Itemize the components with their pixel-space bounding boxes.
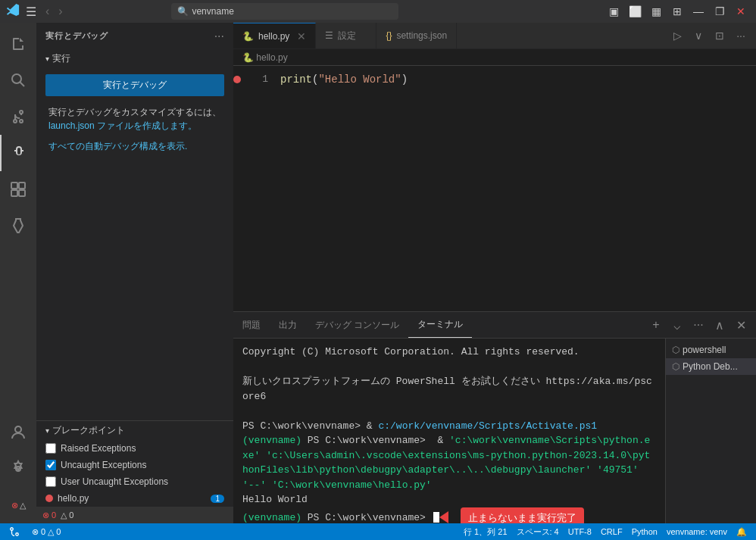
search-input[interactable] — [192, 6, 392, 17]
activity-explorer[interactable] — [0, 26, 36, 62]
terminal-python-debug[interactable]: ⬡ Python Deb... — [666, 358, 756, 375]
bp-hello-label: hello.py — [58, 493, 89, 504]
titlebar: ☰ ‹ › 🔍 ▣ ⬜ ▦ ⊞ — ❐ ✕ — [0, 0, 756, 23]
cursor-position[interactable]: 行 1、列 21 — [461, 526, 510, 538]
callout-arrow — [439, 511, 448, 523]
line-ending[interactable]: CRLF — [598, 527, 626, 536]
close-button[interactable]: ✕ — [732, 2, 750, 20]
main-layout: ⊗ △ 実行とデバッグ ··· ▾ 実行 実行とデバッグ 実行とデバッグをカスタ… — [0, 23, 756, 523]
bp-user-uncaught: User Uncaught Exceptions — [36, 473, 233, 490]
maximize-panel-button[interactable]: ∧ — [711, 316, 729, 334]
split-terminal-button[interactable]: ⌵ — [668, 316, 686, 334]
layout-toggle-4[interactable]: ⊞ — [668, 2, 686, 20]
activity-account[interactable] — [0, 414, 36, 451]
terminal-line-empty1 — [242, 360, 656, 375]
warning-count: △ 0 — [61, 510, 73, 520]
split-editor-button[interactable]: ⊡ — [711, 27, 729, 45]
run-code-button[interactable]: ▷ — [668, 27, 686, 45]
code-content-1: print("Hello World") — [280, 73, 408, 86]
terminal-line-powershell: 新しいクロスプラットフォームの PowerShell をお試しください http… — [242, 374, 656, 404]
activity-debug[interactable] — [0, 135, 36, 171]
run-dropdown-button[interactable]: ∨ — [689, 27, 708, 45]
new-terminal-button[interactable]: + — [647, 316, 665, 334]
callout-bubble: 止まらないまま実行完了 — [461, 507, 584, 524]
minimize-button[interactable]: — — [689, 2, 708, 20]
tab-settings-json[interactable]: {} settings.json — [376, 23, 457, 48]
back-button[interactable]: ‹ — [42, 3, 52, 20]
svg-point-12 — [16, 533, 19, 536]
run-section-label: 実行 — [52, 52, 70, 65]
encoding-status[interactable]: UTF-8 — [565, 527, 595, 536]
terminal-line-hello-world: Hello World — [242, 492, 656, 507]
tab-bar: 🐍 hello.py ✕ ☰ 設定 {} settings.json ▷ ∨ ⊡… — [233, 23, 756, 49]
svg-point-11 — [11, 528, 14, 531]
sidebar-title: 実行とデバッグ — [45, 30, 108, 42]
error-indicator: ⊗ — [11, 501, 18, 510]
activity-git[interactable] — [0, 98, 36, 135]
error-status[interactable]: ⊗ 0 △ 0 — [29, 527, 64, 537]
panel-tab-debug-console[interactable]: デバッグ コンソール — [306, 312, 408, 338]
venvname-prompt: (venvname) — [242, 510, 301, 524]
run-section-header[interactable]: ▾ 実行 — [36, 49, 233, 68]
json-file-icon: {} — [386, 30, 392, 41]
git-branch[interactable] — [6, 526, 23, 537]
tab-close-hello[interactable]: ✕ — [297, 30, 306, 42]
panel-tab-spacer — [472, 312, 641, 338]
terminal-prompt-line: (venvname) PS C:\work\venvname> 止まらないまま実… — [242, 507, 656, 524]
bell-icon: 🔔 — [736, 527, 747, 537]
sidebar-more-button[interactable]: ··· — [214, 30, 224, 43]
settings-icon: ☰ — [325, 30, 333, 41]
layout-toggle-3[interactable]: ▦ — [647, 2, 665, 20]
activity-flask[interactable] — [0, 208, 36, 244]
restore-button[interactable]: ❐ — [711, 2, 729, 20]
activity-extensions[interactable] — [0, 171, 36, 208]
terminal-powershell[interactable]: ⬡ powershell — [666, 342, 756, 358]
tab-settings[interactable]: ☰ 設定 — [316, 23, 376, 48]
breakpoints-header[interactable]: ▾ ブレークポイント — [36, 421, 233, 440]
svg-point-3 — [20, 111, 23, 114]
more-panels-button[interactable]: ··· — [689, 316, 708, 334]
bp-uncaught-checkbox[interactable] — [45, 460, 56, 470]
bp-user-uncaught-checkbox[interactable] — [45, 476, 56, 487]
bp-hello-badge: 1 — [211, 495, 224, 503]
breadcrumb-text: 🐍 hello.py — [242, 52, 288, 63]
bp-raised-checkbox[interactable] — [45, 443, 56, 454]
tab-hello-label: hello.py — [258, 31, 289, 42]
venv-indicator[interactable]: venvname: venv — [664, 527, 730, 536]
terminal-panel-sidebar: ⬡ powershell ⬡ Python Deb... — [665, 339, 756, 523]
forward-button[interactable]: › — [55, 3, 65, 20]
indentation[interactable]: スペース: 4 — [514, 526, 562, 538]
layout-toggle-2[interactable]: ⬜ — [626, 2, 644, 20]
terminal-cursor — [433, 512, 439, 523]
powershell-label: powershell — [683, 345, 726, 355]
activity-search[interactable] — [0, 62, 36, 98]
show-all-configs-link[interactable]: すべての自動デバッグ構成を表示. — [48, 141, 187, 151]
tab-hello-py[interactable]: 🐍 hello.py ✕ — [233, 23, 316, 48]
create-launch-json-link[interactable]: launch.json ファイルを作成します。 — [48, 120, 197, 131]
run-debug-button[interactable]: 実行とデバッグ — [45, 74, 224, 96]
search-bar[interactable]: 🔍 — [171, 3, 398, 20]
panel-tab-terminal[interactable]: ターミナル — [408, 312, 472, 338]
panel-tab-problems[interactable]: 問題 — [233, 312, 270, 338]
panel-tab-output[interactable]: 出力 — [270, 312, 306, 338]
panel-tab-problems-label: 問題 — [242, 319, 261, 332]
chevron-down-icon: ▾ — [45, 55, 49, 63]
activity-errors[interactable]: ⊗ △ — [0, 487, 36, 523]
more-actions-button[interactable]: ··· — [732, 27, 750, 45]
layout-toggle-1[interactable]: ▣ — [604, 2, 623, 20]
notification-bell[interactable]: 🔔 — [733, 527, 750, 537]
activity-settings[interactable] — [0, 451, 36, 487]
terminal-line-activate: PS C:\work\venvname> & c:/work/venvname/… — [242, 419, 656, 434]
window-controls: ▣ ⬜ ▦ ⊞ — ❐ ✕ — [604, 2, 750, 20]
hamburger-icon[interactable]: ☰ — [26, 5, 36, 19]
close-panel-button[interactable]: ✕ — [732, 316, 750, 334]
language-mode[interactable]: Python — [629, 527, 661, 536]
terminal-line-empty2 — [242, 404, 656, 419]
sidebar-header: 実行とデバッグ ··· — [36, 23, 233, 49]
code-editor[interactable]: 1 print("Hello World") — [233, 66, 756, 311]
panel-tabs: 問題 出力 デバッグ コンソール ターミナル + ⌵ ··· ∧ ✕ — [233, 312, 756, 339]
terminal-output[interactable]: Copyright (C) Microsoft Corporation. All… — [233, 339, 665, 523]
keyword-print: print — [280, 73, 312, 86]
panel-tab-output-label: 出力 — [279, 319, 297, 332]
activate-path: c:/work/venvname/Scripts/Activate.ps1 — [378, 420, 597, 432]
